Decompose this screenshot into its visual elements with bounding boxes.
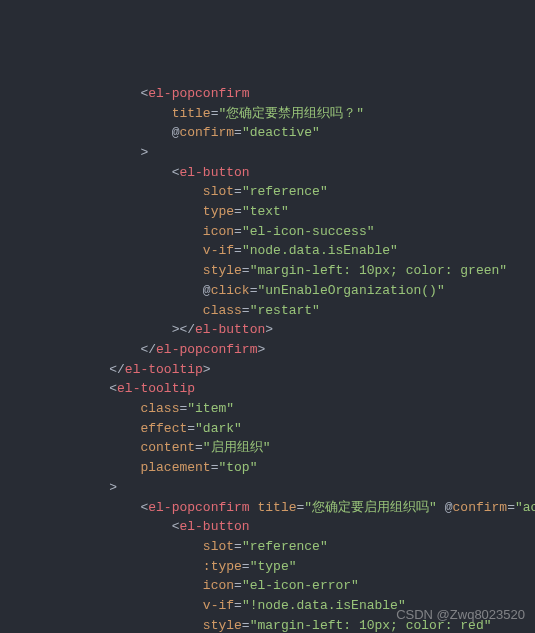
token-punct (437, 500, 445, 515)
token-eq: = (234, 578, 242, 593)
code-line[interactable]: title="您确定要禁用组织吗？" (0, 104, 535, 124)
token-attr: title (172, 106, 211, 121)
token-attr: confirm (179, 125, 234, 140)
code-line[interactable]: @click="unEnableOrganization()" (0, 281, 535, 301)
token-eq: = (507, 500, 515, 515)
token-eq: = (234, 224, 242, 239)
token-attr: slot (203, 539, 234, 554)
watermark: CSDN @Zwq8023520 (396, 605, 525, 625)
token-str: "unEnableOrganization()" (257, 283, 444, 298)
code-line[interactable]: type="text" (0, 202, 535, 222)
token-attr: confirm (453, 500, 508, 515)
code-line[interactable]: class="item" (0, 399, 535, 419)
token-punct: < (109, 381, 117, 396)
code-line[interactable]: class="restart" (0, 301, 535, 321)
token-at: @ (203, 283, 211, 298)
code-editor[interactable]: <el-popconfirm title="您确定要禁用组织吗？" @confi… (0, 84, 535, 633)
code-line[interactable]: </el-popconfirm> (0, 340, 535, 360)
token-attr: click (211, 283, 250, 298)
token-tag: el-button (179, 519, 249, 534)
code-line[interactable]: content="启用组织" (0, 438, 535, 458)
code-line[interactable]: <el-tooltip (0, 379, 535, 399)
code-line[interactable]: > (0, 478, 535, 498)
code-line[interactable]: <el-popconfirm title="您确定要启用组织吗" @confir… (0, 498, 535, 518)
token-eq: = (234, 598, 242, 613)
token-tag: el-button (195, 322, 265, 337)
token-eq: = (234, 539, 242, 554)
token-punct: > (203, 362, 211, 377)
code-line[interactable]: slot="reference" (0, 537, 535, 557)
token-punct: > (140, 145, 148, 160)
token-at: @ (445, 500, 453, 515)
code-line[interactable]: icon="el-icon-success" (0, 222, 535, 242)
token-str: "!node.data.isEnable" (242, 598, 406, 613)
token-str: "margin-left: 10px; color: green" (250, 263, 507, 278)
token-eq: = (242, 618, 250, 633)
token-attr: slot (203, 184, 234, 199)
code-line[interactable]: <el-button (0, 163, 535, 183)
code-line[interactable]: effect="dark" (0, 419, 535, 439)
token-str: "el-icon-success" (242, 224, 375, 239)
token-str: "el-icon-error" (242, 578, 359, 593)
token-punct: > (265, 322, 273, 337)
token-punct: > (109, 480, 117, 495)
token-attr: icon (203, 578, 234, 593)
token-str: "active" (515, 500, 535, 515)
token-eq: = (234, 243, 242, 258)
token-str: "node.data.isEnable" (242, 243, 398, 258)
token-str: "type" (250, 559, 297, 574)
token-attr: placement (140, 460, 210, 475)
token-punct: ></ (172, 322, 195, 337)
token-attr: :type (203, 559, 242, 574)
token-tag: el-popconfirm (148, 500, 249, 515)
token-str: "您确定要启用组织吗" (304, 500, 437, 515)
code-line[interactable]: <el-popconfirm (0, 84, 535, 104)
code-line[interactable]: ></el-button> (0, 320, 535, 340)
token-attr: style (203, 263, 242, 278)
code-line[interactable]: @confirm="deactive" (0, 123, 535, 143)
token-attr: class (203, 303, 242, 318)
token-attr: style (203, 618, 242, 633)
code-line[interactable]: <el-button (0, 517, 535, 537)
token-tag: el-tooltip (125, 362, 203, 377)
token-attr: class (140, 401, 179, 416)
token-str: "reference" (242, 184, 328, 199)
token-eq: = (187, 421, 195, 436)
token-attr: title (257, 500, 296, 515)
token-eq: = (234, 125, 242, 140)
token-str: "您确定要禁用组织吗？" (218, 106, 364, 121)
code-line[interactable]: > (0, 143, 535, 163)
token-str: "deactive" (242, 125, 320, 140)
token-punct: </ (109, 362, 125, 377)
token-str: "启用组织" (203, 440, 271, 455)
token-tag: el-tooltip (117, 381, 195, 396)
token-tag: el-popconfirm (156, 342, 257, 357)
code-line[interactable]: style="margin-left: 10px; color: green" (0, 261, 535, 281)
token-punct: </ (140, 342, 156, 357)
token-eq: = (242, 303, 250, 318)
token-str: "dark" (195, 421, 242, 436)
token-attr: type (203, 204, 234, 219)
token-str: "text" (242, 204, 289, 219)
token-eq: = (242, 559, 250, 574)
token-eq: = (195, 440, 203, 455)
token-attr: effect (140, 421, 187, 436)
token-tag: el-button (179, 165, 249, 180)
token-str: "top" (218, 460, 257, 475)
token-str: "restart" (250, 303, 320, 318)
token-eq: = (234, 184, 242, 199)
code-line[interactable]: placement="top" (0, 458, 535, 478)
token-tag: el-popconfirm (148, 86, 249, 101)
token-attr: v-if (203, 598, 234, 613)
code-line[interactable]: </el-tooltip> (0, 360, 535, 380)
token-punct: > (257, 342, 265, 357)
token-attr: v-if (203, 243, 234, 258)
code-line[interactable]: icon="el-icon-error" (0, 576, 535, 596)
code-line[interactable]: :type="type" (0, 557, 535, 577)
token-eq: = (234, 204, 242, 219)
token-eq: = (242, 263, 250, 278)
token-str: "item" (187, 401, 234, 416)
code-line[interactable]: v-if="node.data.isEnable" (0, 241, 535, 261)
token-str: "reference" (242, 539, 328, 554)
code-line[interactable]: slot="reference" (0, 182, 535, 202)
